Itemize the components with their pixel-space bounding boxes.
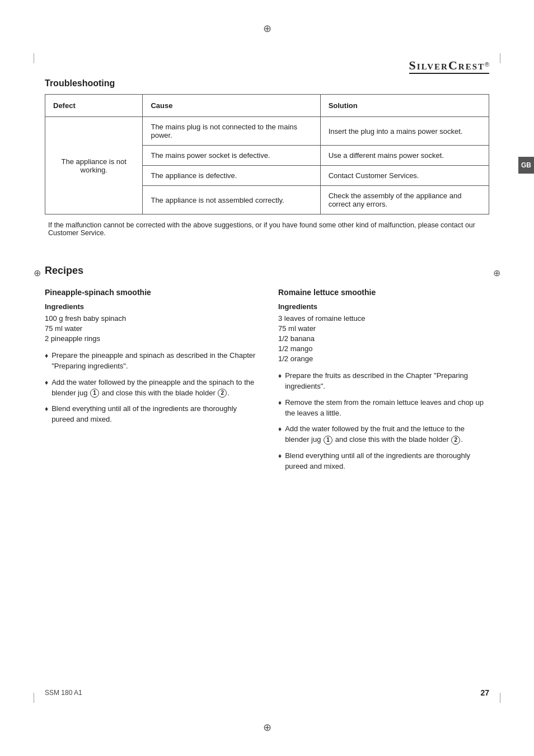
solution-cell-1: Use a different mains power socket. <box>320 146 489 166</box>
bullet-icon: ♦ <box>278 399 282 407</box>
troubleshooting-section: Troubleshooting Defect Cause Solution Th… <box>45 78 489 237</box>
recipe-step-right-1: ♦Remove the stem from the romain lettuce… <box>278 398 489 419</box>
cause-cell-0: The mains plug is not connected to the m… <box>143 117 320 146</box>
bullet-icon: ♦ <box>278 452 282 460</box>
table-row: The appliance is not working.The mains p… <box>45 117 489 146</box>
solution-cell-2: Contact Customer Services. <box>320 166 489 186</box>
recipe-step-right-2: ♦Add the water followed by the fruit and… <box>278 424 489 445</box>
circle-2-icon: 2 <box>218 389 227 398</box>
step-text: Add the water followed by the pineapple … <box>51 377 256 399</box>
table-header-row: Defect Cause Solution <box>45 95 489 117</box>
crosshair-right: ⊕ <box>493 268 500 278</box>
defect-cell-main: The appliance is not working. <box>45 117 143 214</box>
recipe-step-right-3: ♦Blend everything until all of the ingre… <box>278 451 489 472</box>
crop-line-tr <box>500 53 500 63</box>
bullet-icon: ♦ <box>278 425 282 433</box>
col-header-cause: Cause <box>143 95 320 117</box>
crop-line-bl <box>34 693 34 703</box>
recipe-step-left-2: ♦Blend everything until all of the ingre… <box>45 404 256 425</box>
crop-line-br <box>500 693 500 703</box>
bullet-icon: ♦ <box>45 352 48 360</box>
right-recipe-col: Romaine lettuce smoothie Ingredients 3 l… <box>278 288 489 478</box>
circle-1-icon: 1 <box>90 389 99 398</box>
circle-2-icon: 2 <box>451 436 460 445</box>
ingredient-item: 1/2 banana <box>278 334 489 343</box>
left-ingredients-list: 100 g fresh baby spinach75 ml water2 pin… <box>45 314 256 343</box>
ingredient-item: 75 ml water <box>45 324 256 333</box>
solution-cell-3: Check the assembly of the appliance and … <box>320 186 489 214</box>
crop-mark-top: ⊕ <box>263 22 271 35</box>
brand-area: SilverCrest® <box>409 56 489 74</box>
crop-mark-bottom: ⊕ <box>263 721 271 734</box>
recipe-step-left-0: ♦Prepare the pineapple and spinach as de… <box>45 351 256 372</box>
ingredient-item: 2 pineapple rings <box>45 334 256 343</box>
col-header-defect: Defect <box>45 95 143 117</box>
step-text: Prepare the pineapple and spinach as des… <box>51 351 256 372</box>
bullet-icon: ♦ <box>45 405 48 413</box>
ingredient-item: 3 leaves of romaine lettuce <box>278 314 489 323</box>
step-text: Remove the stem from the romain lettuce … <box>285 398 489 419</box>
solution-cell-0: Insert the plug into a mains power socke… <box>320 117 489 146</box>
recipe-step-left-1: ♦Add the water followed by the pineapple… <box>45 377 256 399</box>
ingredient-item: 1/2 orange <box>278 354 489 363</box>
right-recipe-title: Romaine lettuce smoothie <box>278 288 489 297</box>
crop-line-tl <box>34 53 34 63</box>
recipes-title: Recipes <box>45 265 489 277</box>
left-ingredients-title: Ingredients <box>45 302 256 311</box>
content-area: Troubleshooting Defect Cause Solution Th… <box>45 78 489 478</box>
right-ingredients-title: Ingredients <box>278 302 489 311</box>
trouble-note: If the malfunction cannot be corrected w… <box>45 221 489 237</box>
left-recipe-steps: ♦Prepare the pineapple and spinach as de… <box>45 351 256 425</box>
side-tab-gb: GB <box>518 157 534 174</box>
cause-cell-3: The appliance is not assembled correctly… <box>143 186 320 214</box>
troubleshooting-title: Troubleshooting <box>45 78 489 88</box>
brand-name: SilverCrest <box>409 58 485 72</box>
crosshair-left: ⊕ <box>34 268 41 278</box>
step-text: Blend everything until all of the ingred… <box>285 451 489 472</box>
footer-model: SSM 180 A1 <box>45 689 82 697</box>
cause-cell-1: The mains power socket is defective. <box>143 146 320 166</box>
step-text: Add the water followed by the fruit and … <box>285 424 489 445</box>
recipe-step-right-0: ♦Prepare the fruits as described in the … <box>278 371 489 392</box>
bullet-icon: ♦ <box>278 372 282 380</box>
ingredient-item: 75 ml water <box>278 324 489 333</box>
right-recipe-steps: ♦Prepare the fruits as described in the … <box>278 371 489 472</box>
step-text: Prepare the fruits as described in the C… <box>285 371 489 392</box>
brand-block: SilverCrest® <box>409 58 489 74</box>
right-ingredients-list: 3 leaves of romaine lettuce75 ml water1/… <box>278 314 489 363</box>
ingredient-item: 1/2 mango <box>278 344 489 353</box>
left-recipe-title: Pineapple-spinach smoothie <box>45 288 256 297</box>
page: ⊕ SilverCrest® GB Troubleshooting Defect… <box>0 0 534 756</box>
left-recipe-col: Pineapple-spinach smoothie Ingredients 1… <box>45 288 256 478</box>
bullet-icon: ♦ <box>45 379 48 386</box>
recipes-section: ⊕ ⊕ Recipes Pineapple-spinach smoothie I… <box>45 265 489 478</box>
footer-page-number: 27 <box>480 688 489 697</box>
ingredient-item: 100 g fresh baby spinach <box>45 314 256 323</box>
circle-1-icon: 1 <box>324 436 332 445</box>
trouble-table: Defect Cause Solution The appliance is n… <box>45 94 489 214</box>
cause-cell-2: The appliance is defective. <box>143 166 320 186</box>
step-text: Blend everything until all of the ingred… <box>51 404 256 425</box>
brand-trademark: ® <box>485 61 489 68</box>
recipes-columns: Pineapple-spinach smoothie Ingredients 1… <box>45 288 489 478</box>
page-footer: SSM 180 A1 27 <box>45 688 489 697</box>
col-header-solution: Solution <box>320 95 489 117</box>
